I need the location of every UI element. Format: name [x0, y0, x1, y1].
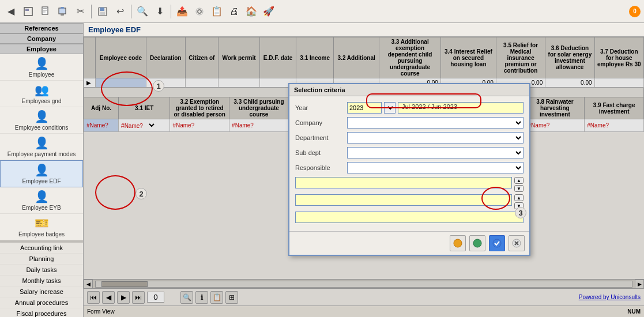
svg-rect-7 [61, 7, 64, 9]
modal-body: Year ▼ Jul 2022 / Jun 2023 Company [289, 96, 529, 231]
employee-eyb-icon: 👤 [35, 190, 49, 203]
modal-extra-row-2: ▲ ▼ [295, 194, 524, 209]
sidebar-item-employee-badges[interactable]: 🎫 Employee badges [0, 214, 83, 240]
modal-extra-row-1: ▲ ▼ [295, 177, 524, 192]
svg-rect-5 [43, 12, 46, 13]
copy-btn[interactable]: 📋 [209, 4, 224, 19]
modal-arrow-down-2[interactable]: ▼ [514, 202, 524, 209]
back-btn[interactable]: ◀ [3, 4, 18, 19]
sep-3 [171, 5, 171, 18]
modal-subdept-select[interactable] [347, 147, 524, 158]
sidebar-item-daily-tasks[interactable]: Daily tasks [0, 265, 83, 276]
toolbar-btn-1[interactable] [21, 4, 36, 19]
modal-subdept-row: Sub dept [295, 147, 524, 158]
modal-extra-input-2[interactable] [295, 194, 512, 206]
svg-point-13 [196, 8, 203, 15]
modal-department-row: Department [295, 132, 524, 144]
modal-extra-input-3[interactable] [295, 212, 524, 223]
modal-year-row: Year ▼ Jul 2022 / Jun 2023 [295, 102, 524, 114]
export-btn[interactable]: 📤 [175, 4, 190, 19]
annotation-label-2: 2 [135, 188, 147, 199]
main-layout: References Company Employee 👤 Employee 👥… [0, 23, 644, 317]
employee-icon: 👤 [35, 56, 49, 70]
sidebar-item-planning[interactable]: Planning [0, 254, 83, 265]
svg-rect-1 [25, 9, 29, 11]
sidebar-item-employee-payment-modes[interactable]: 👤 Employee payment modes [0, 134, 83, 160]
modal-arrow-down[interactable]: ▼ [514, 185, 524, 192]
modal-year-label: Year [295, 104, 347, 111]
save-btn[interactable] [95, 4, 110, 19]
employee-conditions-icon: 👤 [35, 110, 49, 123]
modal-clear-btn[interactable] [450, 235, 466, 251]
sidebar-item-employee-eyb[interactable]: 👤 Employee EYB [0, 187, 83, 214]
modal-arrow-btns-2: ▲ ▼ [514, 194, 524, 209]
modal-cancel-btn[interactable] [509, 235, 525, 251]
sidebar-section-employee[interactable]: Employee [0, 44, 83, 54]
content-area: Employee EDF Employee code Declaration C… [84, 23, 644, 317]
page-title: Employee EDF [84, 23, 644, 37]
modal-arrow-up[interactable]: ▲ [514, 177, 524, 184]
svg-rect-4 [43, 10, 47, 11]
print-btn[interactable]: 🖨 [227, 4, 242, 19]
employee-badges-icon: 🎫 [35, 216, 49, 230]
svg-rect-10 [100, 7, 104, 11]
employee-payment-icon: 👤 [35, 136, 49, 150]
svg-rect-3 [43, 8, 47, 9]
modal-extra-row-3 [295, 212, 524, 223]
modal-extra-input-1[interactable] [295, 177, 512, 188]
svg-point-12 [198, 10, 201, 13]
modal-arrow-btns: ▲ ▼ [514, 177, 524, 192]
sidebar-item-annual-procedures[interactable]: Annual procedures [0, 297, 83, 308]
svg-rect-6 [59, 8, 66, 14]
modal-responsible-select[interactable] [347, 162, 524, 173]
selection-criteria-modal: Selection criteria Year ▼ Jul 2022 / Jun… [288, 83, 530, 256]
sidebar-item-fiscal-procedures[interactable]: Fiscal procedures [0, 308, 83, 317]
modal-overlay: Selection criteria Year ▼ Jul 2022 / Jun… [84, 37, 644, 305]
home-btn[interactable]: 🏠 [244, 4, 259, 19]
status-bar: Form View NUM [84, 305, 644, 317]
sidebar-section-company[interactable]: Company [0, 33, 83, 44]
annotation-2 [95, 175, 135, 210]
sidebar: References Company Employee 👤 Employee 👥… [0, 23, 84, 317]
svg-point-14 [454, 239, 462, 247]
modal-year-dropdown[interactable]: ▼ [384, 102, 396, 114]
modal-responsible-row: Responsible [295, 162, 524, 173]
cut-btn[interactable]: ✂ [73, 4, 88, 19]
download-btn[interactable]: ⬇ [152, 4, 167, 19]
sidebar-item-monthly-tasks[interactable]: Monthly tasks [0, 276, 83, 286]
modal-department-label: Department [295, 134, 347, 141]
status-text: Form View [87, 308, 115, 315]
modal-company-select[interactable] [347, 117, 524, 129]
settings-btn[interactable] [192, 4, 207, 19]
modal-title: Selection criteria [289, 84, 529, 96]
modal-search-btn[interactable] [469, 235, 485, 251]
modal-year-group: ▼ Jul 2022 / Jun 2023 [347, 102, 524, 114]
sep-2 [131, 5, 131, 18]
modal-footer [289, 231, 529, 255]
modal-responsible-label: Responsible [295, 164, 347, 171]
sidebar-item-employee[interactable]: 👤 Employee [0, 54, 83, 81]
sidebar-item-accounting[interactable]: Accounting link [0, 243, 83, 254]
svg-rect-11 [100, 12, 105, 15]
search-btn[interactable]: 🔍 [135, 4, 150, 19]
alert-badge: 0 [629, 6, 641, 17]
modal-subdept-label: Sub dept [295, 149, 347, 156]
sidebar-item-salary-increase[interactable]: Salary increase [0, 286, 83, 297]
undo-btn[interactable]: ↩ [112, 4, 127, 19]
sidebar-item-employee-edf[interactable]: 👤 Employee EDF [0, 160, 83, 187]
modal-ok-btn[interactable] [489, 235, 505, 251]
sidebar-item-employees-grid[interactable]: 👥 Employees gnd [0, 81, 83, 107]
sidebar-item-employee-conditions[interactable]: 👤 Employee conditions [0, 107, 83, 134]
employee-edf-icon: 👤 [35, 163, 49, 177]
toolbar: ◀ ✂ ↩ 🔍 ⬇ 📤 📋 🖨 🏠 🚀 0 [0, 0, 644, 23]
toolbar-btn-2[interactable] [38, 4, 53, 19]
run-btn[interactable]: 🚀 [261, 4, 276, 19]
modal-period-display: Jul 2022 / Jun 2023 [398, 102, 524, 114]
sidebar-section-references[interactable]: References [0, 23, 83, 33]
modal-year-input[interactable] [347, 102, 382, 114]
toolbar-btn-3[interactable] [55, 4, 70, 19]
modal-company-row: Company [295, 117, 524, 129]
svg-point-16 [493, 239, 501, 247]
modal-arrow-up-2[interactable]: ▲ [514, 194, 524, 201]
modal-department-select[interactable] [347, 132, 524, 144]
